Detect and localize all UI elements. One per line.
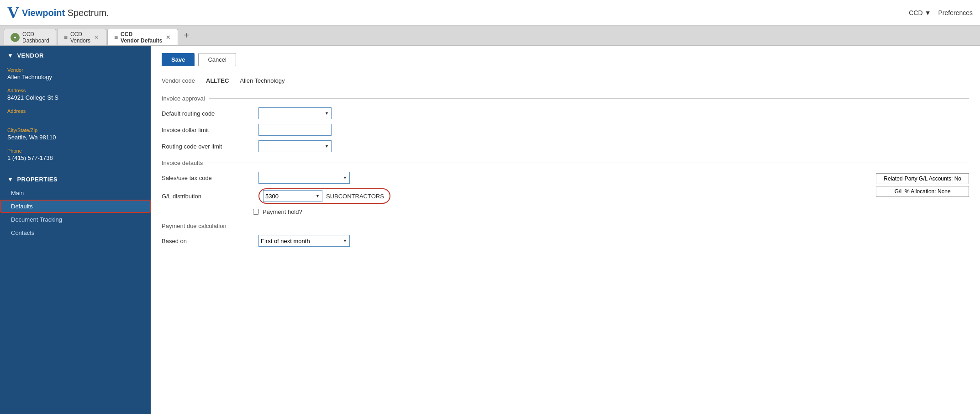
sidebar-city-state-zip-label: City/State/Zip: [0, 123, 151, 134]
sidebar-divider2: [0, 164, 151, 170]
based-on-select-wrapper: First of next month: [258, 235, 350, 247]
sidebar-properties-header: ▼ PROPERTIES: [0, 170, 151, 186]
default-routing-code-select[interactable]: [258, 107, 332, 119]
payment-hold-checkbox[interactable]: [253, 209, 259, 215]
tab-dashboard[interactable]: ● CCD Dashboard: [4, 29, 56, 45]
top-header: V Viewpoint Spectrum. CCD ▼ Preferences: [0, 0, 980, 26]
gl-allocation-button[interactable]: G/L % Allocation: None: [876, 186, 969, 197]
tab-dashboard-label: CCD Dashboard: [22, 31, 49, 44]
payment-due-section: Payment due calculation Based on First o…: [162, 223, 969, 247]
based-on-select[interactable]: First of next month: [258, 235, 350, 247]
default-routing-code-label: Default routing code: [162, 110, 253, 117]
based-on-row: Based on First of next month: [162, 235, 969, 247]
vendors-doc-icon: ≡: [64, 34, 68, 41]
preferences-label[interactable]: Preferences: [938, 9, 973, 16]
gl-select-wrapper: 5300: [263, 190, 322, 202]
gl-distribution-row: G/L distribution 5300 SUBCONTRACTORS: [162, 188, 969, 204]
invoice-defaults-section: Invoice defaults Sales/use tax code G/L …: [162, 159, 969, 215]
sidebar-address-label2: Address: [0, 104, 151, 115]
vendor-code-row: Vendor code ALLTEC Allen Technology: [162, 77, 969, 84]
tab-vendor-defaults-close[interactable]: ✕: [165, 34, 171, 41]
vendor-section-title: VENDOR: [17, 52, 44, 59]
invoice-approval-line: [209, 98, 969, 99]
invoice-defaults-section-header: Invoice defaults: [162, 159, 969, 166]
invoice-defaults-line: [206, 163, 969, 163]
sidebar-vendor-header: ▼ VENDOR: [0, 46, 151, 63]
vendor-arrow: ▼: [7, 52, 13, 59]
invoice-dollar-limit-row: Invoice dollar limit: [162, 124, 969, 136]
sales-use-tax-code-select[interactable]: [258, 172, 350, 184]
routing-code-over-limit-select[interactable]: [258, 140, 332, 152]
cancel-button[interactable]: Cancel: [198, 53, 236, 66]
tab-vendor-defaults-label: CCD Vendor Defaults: [121, 31, 162, 44]
sidebar-item-defaults[interactable]: Defaults: [0, 200, 151, 213]
invoice-dollar-limit-label: Invoice dollar limit: [162, 127, 253, 133]
default-routing-code-select-wrapper: [258, 107, 332, 119]
routing-code-over-limit-select-wrapper: [258, 140, 332, 152]
sales-use-tax-code-label: Sales/use tax code: [162, 175, 253, 181]
vendor-code-value: ALLTEC: [206, 77, 229, 84]
properties-section-title: PROPERTIES: [17, 176, 58, 183]
tab-vendors-close[interactable]: ✕: [93, 34, 100, 41]
payment-due-line: [230, 226, 969, 226]
default-routing-code-row: Default routing code: [162, 107, 969, 119]
toolbar: Save Cancel: [162, 53, 969, 66]
sales-use-tax-code-select-wrapper: [258, 172, 350, 184]
save-button[interactable]: Save: [162, 53, 195, 66]
ccd-dropdown-arrow: ▼: [925, 9, 931, 16]
gl-highlight-box: 5300 SUBCONTRACTORS: [258, 188, 390, 204]
tab-vendor-defaults[interactable]: ≡ CCD Vendor Defaults ✕: [107, 29, 179, 45]
payment-hold-label: Payment hold?: [263, 208, 302, 215]
logo-area: V Viewpoint Spectrum.: [7, 5, 109, 21]
logo-viewpoint: Viewpoint Spectrum.: [22, 8, 109, 18]
logo-text: Viewpoint Spectrum.: [22, 8, 109, 18]
invoice-approval-title: Invoice approval: [162, 95, 205, 102]
routing-code-over-limit-row: Routing code over limit: [162, 140, 969, 152]
main-layout: ▼ VENDOR Vendor Allen Technology Address…: [0, 46, 980, 414]
gl-distribution-label: G/L distribution: [162, 193, 253, 200]
sales-use-tax-code-row: Sales/use tax code: [162, 172, 969, 184]
top-right: CCD ▼ Preferences: [909, 9, 973, 16]
sidebar-city-state-zip-value: Seattle, Wa 98110: [0, 134, 151, 143]
payment-due-section-header: Payment due calculation: [162, 223, 969, 229]
routing-code-over-limit-label: Routing code over limit: [162, 143, 253, 150]
payment-due-title: Payment due calculation: [162, 223, 227, 229]
sidebar-divider1: [0, 117, 151, 123]
vendor-name-value: Allen Technology: [240, 77, 285, 84]
invoice-dollar-limit-input[interactable]: [258, 124, 332, 136]
tab-add-button[interactable]: +: [179, 28, 194, 42]
sidebar-item-main[interactable]: Main: [0, 186, 151, 200]
gl-distribution-select[interactable]: 5300: [263, 190, 322, 202]
invoice-defaults-title: Invoice defaults: [162, 159, 203, 166]
sidebar-item-contacts[interactable]: Contacts: [0, 226, 151, 239]
tab-vendors-label: CCD Vendors: [70, 31, 90, 44]
viewpoint-logo-v: V: [7, 5, 19, 21]
tab-vendors[interactable]: ≡ CCD Vendors ✕: [57, 29, 106, 45]
based-on-label: Based on: [162, 238, 253, 244]
vendor-code-label: Vendor code: [162, 77, 195, 84]
properties-arrow: ▼: [7, 176, 13, 183]
payment-hold-row: Payment hold?: [162, 208, 969, 215]
ccd-dropdown[interactable]: CCD ▼: [909, 9, 931, 16]
dashboard-icon: ●: [11, 33, 20, 42]
vendor-defaults-doc-icon: ≡: [114, 34, 118, 41]
sidebar: ▼ VENDOR Vendor Allen Technology Address…: [0, 46, 151, 414]
sidebar-vendor-label: Vendor: [0, 63, 151, 74]
sidebar-vendor-value: Allen Technology: [0, 74, 151, 83]
ccd-label: CCD: [909, 9, 922, 16]
sidebar-address-label1: Address: [0, 83, 151, 94]
related-party-button[interactable]: Related-Party G/L Accounts: No: [876, 173, 969, 184]
invoice-approval-section-header: Invoice approval: [162, 95, 969, 102]
sidebar-item-document-tracking[interactable]: Document Tracking: [0, 213, 151, 226]
tab-bar: ● CCD Dashboard ≡ CCD Vendors ✕ ≡ CCD Ve…: [0, 26, 980, 46]
content-area: Save Cancel Vendor code ALLTEC Allen Tec…: [151, 46, 980, 414]
gl-distribution-description: SUBCONTRACTORS: [326, 193, 384, 200]
sidebar-phone-label: Phone: [0, 143, 151, 154]
sidebar-phone-value: 1 (415) 577-1738: [0, 154, 151, 164]
sidebar-address-value1: 84921 College St S: [0, 94, 151, 104]
right-panel-buttons: Related-Party G/L Accounts: No G/L % All…: [876, 173, 969, 197]
